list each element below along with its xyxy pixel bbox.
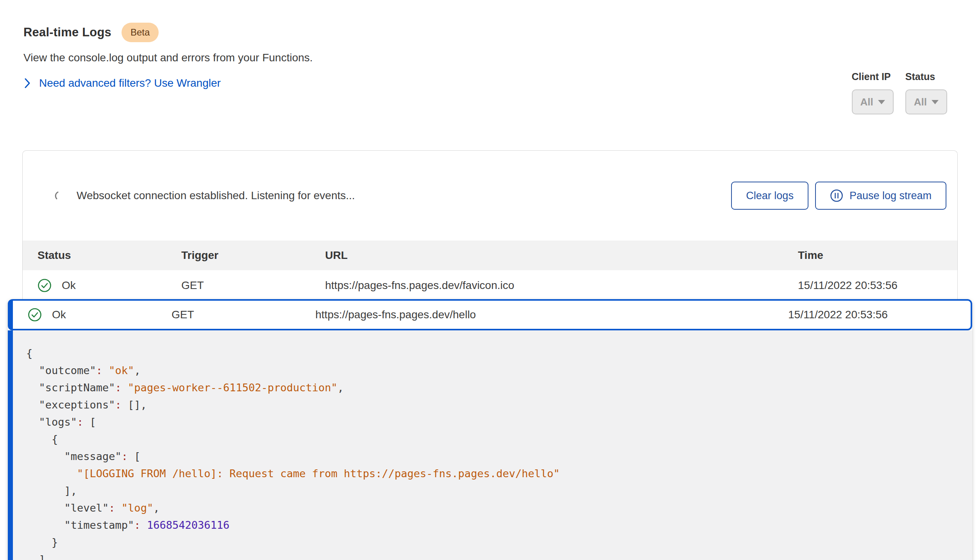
wrangler-link-label: Need advanced filters? Use Wrangler: [39, 77, 221, 89]
pause-log-stream-button[interactable]: Pause log stream: [815, 182, 946, 210]
status-dropdown[interactable]: All: [905, 89, 947, 114]
stream-buttons: Clear logs Pause log stream: [731, 182, 946, 210]
table-header-row: Status Trigger URL Time: [23, 241, 957, 270]
table-body: OkGEThttps://pages-fns.pages.dev/favicon…: [23, 270, 957, 301]
status-filter-group: Status All: [905, 71, 947, 114]
status-text: Ok: [62, 279, 76, 292]
status-label: Status: [905, 71, 947, 82]
stream-status-bar: Websocket connection established. Listen…: [23, 151, 957, 241]
spinner-icon: [55, 191, 65, 201]
column-header-time: Time: [783, 249, 957, 262]
column-header-url: URL: [310, 249, 783, 262]
time-cell: 15/11/2022 20:53:56: [783, 279, 957, 292]
caret-down-icon: [932, 100, 939, 104]
client-ip-label: Client IP: [852, 71, 894, 82]
time-cell: 15/11/2022 20:53:56: [773, 309, 971, 321]
column-header-status: Status: [23, 249, 166, 262]
stream-status-message: Websocket connection established. Listen…: [77, 189, 355, 202]
logs-panel: Websocket connection established. Listen…: [22, 150, 958, 301]
pause-log-stream-label: Pause log stream: [849, 190, 932, 202]
client-ip-filter-group: Client IP All: [852, 71, 894, 114]
caret-down-icon: [878, 100, 885, 104]
client-ip-dropdown[interactable]: All: [852, 89, 894, 114]
status-text: Ok: [52, 309, 66, 321]
beta-badge: Beta: [122, 23, 159, 42]
pause-icon: [830, 189, 843, 202]
check-circle-icon: [28, 308, 42, 322]
status-cell: Ok: [23, 278, 166, 292]
page-title: Real-time Logs: [23, 25, 111, 39]
client-ip-value: All: [860, 96, 873, 108]
realtime-logs-page: Real-time Logs Beta View the console.log…: [0, 0, 980, 560]
log-row[interactable]: OkGEThttps://pages-fns.pages.dev/favicon…: [23, 270, 957, 301]
column-header-trigger: Trigger: [166, 249, 310, 262]
clear-logs-button[interactable]: Clear logs: [731, 182, 808, 210]
trigger-cell: GET: [157, 309, 300, 321]
chevron-right-icon: [24, 78, 30, 88]
trigger-cell: GET: [166, 279, 310, 292]
filter-controls: Client IP All Status All: [852, 71, 947, 114]
check-circle-icon: [38, 278, 52, 292]
url-cell: https://pages-fns.pages.dev/favicon.ico: [310, 279, 783, 292]
status-cell: Ok: [13, 308, 157, 322]
page-header: Real-time Logs Beta: [23, 23, 958, 42]
wrangler-link[interactable]: Need advanced filters? Use Wrangler: [24, 77, 221, 89]
log-detail-panel: { "outcome": "ok", "scriptName": "pages-…: [8, 330, 972, 560]
selected-log-row[interactable]: OkGEThttps://pages-fns.pages.dev/hello15…: [8, 299, 972, 330]
expanded-log-entry: OkGEThttps://pages-fns.pages.dev/hello15…: [8, 299, 972, 560]
url-cell: https://pages-fns.pages.dev/hello: [300, 309, 773, 321]
page-subtitle: View the console.log output and errors f…: [23, 52, 958, 64]
status-value: All: [914, 96, 927, 108]
log-json-code: { "outcome": "ok", "scriptName": "pages-…: [13, 330, 972, 560]
